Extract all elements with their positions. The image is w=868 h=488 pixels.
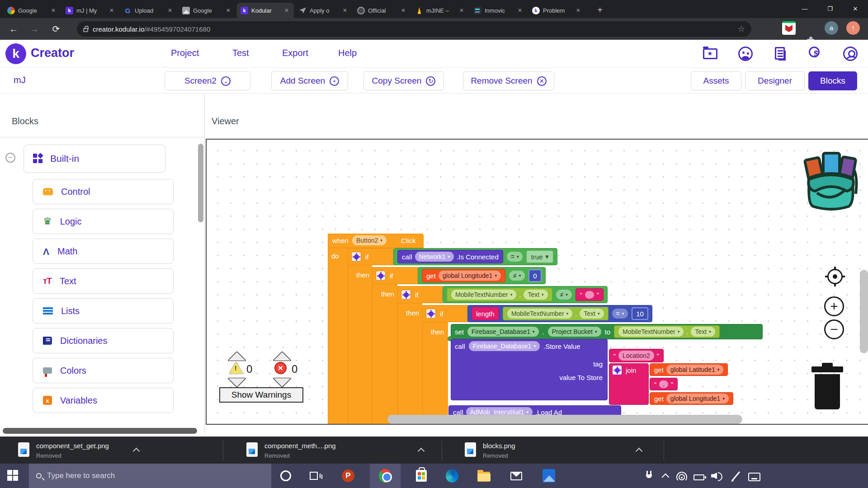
expand-errors-arrow[interactable] <box>274 378 291 387</box>
join-block[interactable]: join <box>609 363 649 405</box>
global-latitude-dropdown[interactable]: global Latitude1▾ <box>666 365 723 375</box>
copy-screen-button[interactable]: Copy Screen ↻ <box>363 71 444 90</box>
compare-notequals-block[interactable]: get global Longitude1▾ ≠▾ 0 <box>418 267 546 284</box>
wifi-icon[interactable] <box>675 469 688 482</box>
true-block[interactable]: true▾ <box>526 250 553 263</box>
tab-close-icon[interactable]: ✕ <box>516 7 524 14</box>
expand-warnings-arrow[interactable] <box>228 378 245 387</box>
menu-project[interactable]: Project <box>171 48 199 58</box>
tab-close-icon[interactable]: ✕ <box>225 7 232 14</box>
tab-official[interactable]: Official ✕ <box>354 3 410 18</box>
equals-operator-dropdown[interactable]: =▾ <box>507 252 523 262</box>
location2-field[interactable]: Location2 <box>618 351 654 361</box>
notequals-operator-dropdown[interactable]: ≠▾ <box>556 290 572 300</box>
mobiletextnumber-dropdown[interactable]: MobileTextNumber▾ <box>507 309 572 319</box>
empty-string-block[interactable]: “” <box>576 288 604 301</box>
window-close-button[interactable]: ✕ <box>843 0 868 18</box>
mail-button[interactable] <box>510 469 523 482</box>
tray-battery-icon[interactable] <box>693 469 705 482</box>
sidebar-scrollbar[interactable] <box>198 144 203 222</box>
new-tab-button[interactable]: + <box>593 4 607 17</box>
text-property-dropdown[interactable]: Text▾ <box>580 309 604 319</box>
length-block[interactable]: length <box>472 307 499 320</box>
sidebar-item-control[interactable]: Control <box>33 179 174 204</box>
location2-text-block[interactable]: “ Location2 ” <box>609 349 664 362</box>
tab-inmovic[interactable]: Inmovic ✕ <box>470 3 527 18</box>
sidebar-item-logic[interactable]: ♛ Logic <box>33 209 174 234</box>
profile-avatar[interactable]: a <box>825 21 838 35</box>
photos-button[interactable] <box>542 469 555 482</box>
sidebar-item-text[interactable]: ᴛT Text <box>33 268 174 294</box>
news-icon[interactable] <box>772 45 789 62</box>
tab-google-2[interactable]: Google ✕ <box>179 3 236 18</box>
start-button[interactable] <box>7 470 19 482</box>
mutator-gear-icon[interactable] <box>351 252 361 262</box>
pen-icon[interactable] <box>730 469 742 482</box>
menu-test[interactable]: Test <box>232 48 249 58</box>
collapse-builtin-button[interactable]: − <box>5 153 15 163</box>
mutator-gear-icon[interactable] <box>401 290 411 300</box>
file-explorer-button[interactable] <box>477 469 490 482</box>
center-blocks-button[interactable] <box>825 267 845 286</box>
community-icon[interactable] <box>737 45 754 62</box>
add-screen-button[interactable]: Add Screen + <box>271 71 348 90</box>
show-warnings-button[interactable]: Show Warnings <box>219 387 303 403</box>
collapse-warnings-arrow[interactable] <box>228 352 245 361</box>
monetize-icon[interactable]: $ <box>807 45 825 62</box>
sidebar-item-dictionaries[interactable]: Dictionaries <box>33 328 174 353</box>
chevron-up-icon[interactable] <box>636 448 643 455</box>
sidebar-horizontal-scrollbar[interactable] <box>3 428 197 434</box>
mobiletextnumber-dropdown[interactable]: MobileTextNumber▾ <box>618 327 684 337</box>
tab-close-icon[interactable]: ✕ <box>575 7 582 14</box>
window-minimize-button[interactable]: — <box>792 0 817 18</box>
text-property-dropdown[interactable]: Text▾ <box>524 290 547 300</box>
mutator-gear-icon[interactable] <box>612 365 622 375</box>
tab-apply[interactable]: Apply o ✕ <box>295 3 352 18</box>
power-plug-icon[interactable] <box>643 469 656 482</box>
volume-icon[interactable] <box>711 469 723 482</box>
chevron-up-icon[interactable] <box>133 448 140 455</box>
zoom-in-button[interactable]: + <box>824 296 844 316</box>
account-icon[interactable] <box>842 45 859 62</box>
get-latitude-block[interactable]: get global Latitude1▾ <box>650 363 728 376</box>
global-longitude-dropdown[interactable]: global Longitude1▾ <box>439 271 501 281</box>
if4-block-body[interactable] <box>422 305 448 425</box>
button2-dropdown[interactable]: Button2▾ <box>352 235 387 245</box>
designer-button[interactable]: Designer <box>745 71 805 90</box>
number-zero-block[interactable]: 0 <box>528 269 541 282</box>
compare-length-block[interactable]: length MobileTextNumber▾ . Text▾ =▾ 10 <box>467 305 652 322</box>
tab-close-icon[interactable]: ✕ <box>108 7 115 14</box>
menu-help[interactable]: Help <box>338 48 357 58</box>
sidebar-item-variables[interactable]: x Variables <box>33 388 174 413</box>
get-longitude-block[interactable]: get global Longitude1▾ <box>422 269 505 282</box>
blocks-canvas[interactable]: when Button2▾ .Click do then then then t… <box>206 139 868 425</box>
compare-equals-block[interactable]: call Network1▾ .Is Connected =▾ true▾ <box>393 248 557 265</box>
back-button[interactable]: ← <box>7 23 20 35</box>
tab-mjine[interactable]: mJINE – ✕ <box>412 3 469 18</box>
project-name[interactable]: mJ <box>14 75 26 85</box>
chrome-button[interactable] <box>379 469 392 482</box>
tab-upload[interactable]: G Upload ✕ <box>120 3 177 18</box>
cortana-button[interactable] <box>279 469 292 482</box>
sidebar-item-lists[interactable]: Lists <box>33 298 174 324</box>
mobiletextnumber-text-block[interactable]: MobileTextNumber▾ . Text▾ <box>447 288 552 301</box>
blocks-button[interactable]: Blocks <box>808 71 857 90</box>
window-maximize-button[interactable]: ❐ <box>817 0 843 18</box>
taskbar-search[interactable] <box>29 464 271 488</box>
chevron-up-icon[interactable] <box>418 448 425 455</box>
collapse-errors-arrow[interactable] <box>274 352 291 361</box>
tab-kodular-active[interactable]: k Kodular ✕ <box>237 3 294 18</box>
firebase-database-dropdown[interactable]: Firebase_Database1▾ <box>467 327 539 337</box>
reload-button[interactable]: ⟳ <box>50 23 62 35</box>
zoom-out-button[interactable]: − <box>824 319 844 339</box>
tab-close-icon[interactable]: ✕ <box>400 7 407 14</box>
tray-expand-chevron[interactable] <box>659 469 672 482</box>
store-button[interactable] <box>415 469 428 482</box>
bookmark-star-icon[interactable]: ☆ <box>738 24 745 34</box>
text-property-dropdown[interactable]: Text▾ <box>691 327 715 337</box>
address-bar[interactable]: creator.kodular.io/#4954597024071680 ☆ <box>77 21 751 37</box>
tab-close-icon[interactable]: ✕ <box>166 7 174 14</box>
sidebar-item-builtin[interactable]: Built-in <box>24 145 165 173</box>
when-block-body[interactable] <box>328 234 348 425</box>
set-firebase-bucket-block[interactable]: set Firebase_Database1▾ . Project Bucket… <box>451 324 763 339</box>
